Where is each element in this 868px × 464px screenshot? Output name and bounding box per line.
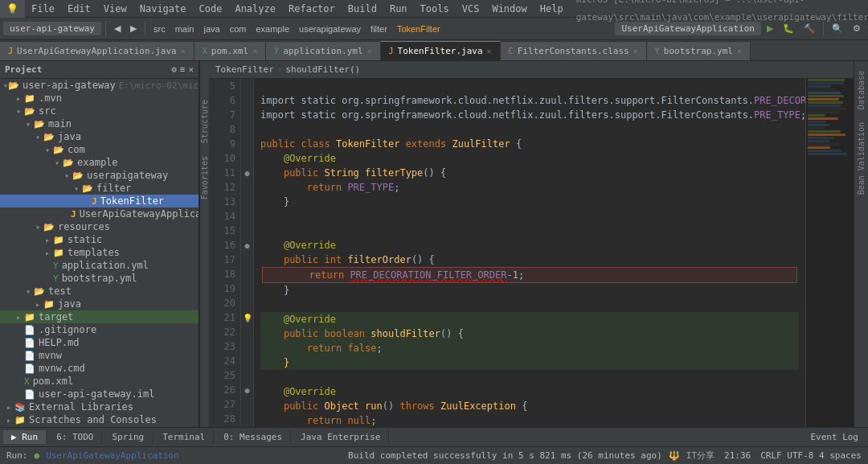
code-line-7[interactable]: import static org.springframework.cloud.… xyxy=(260,108,799,122)
tree-item-main[interactable]: ▾📂main xyxy=(0,117,199,130)
toolbar-com[interactable]: com xyxy=(226,23,251,35)
left-vtab-favorites[interactable]: Favorites xyxy=(199,150,211,206)
tree-item-mvnw[interactable]: 📄mvnw xyxy=(0,349,199,362)
menu-item-run[interactable]: Run xyxy=(383,0,414,18)
code-line-25[interactable] xyxy=(260,370,799,384)
tree-item-example[interactable]: ▾📂example xyxy=(0,156,199,169)
code-line-20[interactable] xyxy=(260,298,799,312)
sidebar-gear-icon[interactable]: ⚙ xyxy=(171,64,177,75)
tab-close[interactable]: ✕ xyxy=(181,47,186,55)
code-line-19[interactable]: } xyxy=(260,283,799,298)
tab-tokenfilterjava[interactable]: J TokenFilter.java ✕ xyxy=(381,41,501,60)
right-tab-database[interactable]: Database xyxy=(855,64,867,116)
search-everywhere[interactable]: 🔍 xyxy=(828,22,847,35)
code-line-28[interactable]: return null; xyxy=(260,413,799,427)
tree-item-external[interactable]: ▸📚External Libraries xyxy=(0,400,199,413)
tree-item-java2[interactable]: ▸📁java xyxy=(0,298,199,310)
minimap[interactable] xyxy=(805,79,854,427)
project-selector[interactable]: user-api-gateway xyxy=(3,22,101,35)
code-area[interactable]: 5678910111213141516171819202122232425262… xyxy=(209,79,854,427)
tree-item-bootstrap.yml[interactable]: Ybootstrap.yml xyxy=(0,272,199,285)
run-button[interactable]: ▶ xyxy=(763,22,777,35)
left-vtab-structure[interactable]: Structure xyxy=(199,93,211,150)
menu-item-file[interactable]: File xyxy=(25,0,61,18)
tree-item-java[interactable]: ▾📂java xyxy=(0,130,199,143)
bottom-tab-messages[interactable]: 0: Messages xyxy=(215,430,291,444)
toolbar-example[interactable]: example xyxy=(252,23,293,35)
tree-item-application.yml[interactable]: Yapplication.yml xyxy=(0,259,199,272)
toolbar-java[interactable]: java xyxy=(199,23,223,35)
toolbar-userapigateway[interactable]: userapigateway xyxy=(295,23,365,35)
tab-close[interactable]: ✕ xyxy=(367,47,372,55)
code-line-9[interactable]: public class TokenFilter extends ZuulFil… xyxy=(260,137,799,151)
tree-item-scratches[interactable]: ▸📁Scratches and Consoles xyxy=(0,413,199,426)
menu-item-build[interactable]: Build xyxy=(342,0,383,18)
menu-item-navigate[interactable]: Navigate xyxy=(133,0,193,18)
sidebar-close-icon[interactable]: ✕ xyxy=(188,64,194,75)
tree-item-user-api-gateway[interactable]: ▾📂user-api-gatewayE:\micro-02\micro3\use… xyxy=(0,79,199,92)
tree-item-mvn[interactable]: ▸📁.mvn xyxy=(0,92,199,105)
tree-item-filter[interactable]: ▾📂filter xyxy=(0,182,199,195)
code-line-16[interactable]: @Override xyxy=(260,238,799,253)
code-line-5[interactable] xyxy=(260,79,799,93)
code-line-17[interactable]: public int filterOrder() { xyxy=(260,253,799,267)
tree-item-HELP.md[interactable]: 📄HELP.md xyxy=(0,336,199,349)
tree-item-templates[interactable]: ▸📁templates xyxy=(0,246,199,259)
code-content[interactable]: import static org.springframework.cloud.… xyxy=(254,79,805,427)
code-line-11[interactable]: public String filterType() { xyxy=(260,166,799,180)
tab-applicationyml[interactable]: Y application.yml ✕ xyxy=(266,41,380,60)
tree-item-test[interactable]: ▾📂test xyxy=(0,285,199,298)
tab-userapigatewayapplication[interactable]: J UserApiGatewayApplication.java ✕ xyxy=(0,41,194,60)
menu-item-help[interactable]: Help xyxy=(534,0,570,18)
tab-close[interactable]: ✕ xyxy=(487,47,492,55)
tab-close[interactable]: ✕ xyxy=(252,47,257,55)
code-line-8[interactable] xyxy=(260,122,799,137)
tree-item-UserApiGatewayApplication[interactable]: JUserApiGatewayApplication xyxy=(0,207,199,220)
tab-close[interactable]: ✕ xyxy=(633,47,638,55)
tree-item-resources[interactable]: ▾📂resources xyxy=(0,220,199,233)
bottom-tab-java-enterprise[interactable]: Java Enterprise xyxy=(293,430,389,444)
event-log-link[interactable]: Event Log xyxy=(810,432,865,442)
menu-item-edit[interactable]: Edit xyxy=(61,0,97,18)
tree-item-userapigateway[interactable]: ▾📂userapigateway xyxy=(0,169,199,182)
code-line-6[interactable]: import static org.springframework.cloud.… xyxy=(260,93,799,108)
right-tab-bean-validation[interactable]: Bean Validation xyxy=(855,116,867,201)
tree-item-TokenFilter[interactable]: JTokenFilter xyxy=(0,195,199,207)
menu-item-analyze[interactable]: Analyze xyxy=(228,0,282,18)
bottom-tab-run[interactable]: ▶ Run xyxy=(3,430,47,444)
code-line-27[interactable]: public Object run() throws ZuulException… xyxy=(260,399,799,413)
code-line-18[interactable]: return PRE_DECORATION_FILTER_ORDER-1; xyxy=(262,267,797,283)
sidebar-layout-icon[interactable]: ≡ xyxy=(180,64,186,75)
code-line-22[interactable]: public boolean shouldFilter() { xyxy=(260,326,799,341)
menu-item-code[interactable]: Code xyxy=(193,0,229,18)
build-button[interactable]: 🔨 xyxy=(800,22,819,35)
toolbar-tokenfilter[interactable]: TokenFilter xyxy=(393,23,444,35)
run-app-name[interactable]: UserApiGatewayApplication xyxy=(46,450,179,461)
code-line-13[interactable]: } xyxy=(260,195,799,209)
toolbar-filter[interactable]: filter xyxy=(366,23,391,35)
bottom-tab-spring[interactable]: Spring xyxy=(104,430,153,444)
toolbar-src[interactable]: src xyxy=(149,23,170,35)
code-line-14[interactable] xyxy=(260,209,799,224)
breadcrumb-item-1[interactable]: TokenFilter xyxy=(215,64,274,75)
bottom-tab-terminal[interactable]: Terminal xyxy=(154,430,214,444)
bottom-tab-todo[interactable]: 6: TODO xyxy=(48,430,102,444)
breadcrumb-item-2[interactable]: shouldFilter() xyxy=(285,64,360,75)
menu-item-vcs[interactable]: VCS xyxy=(456,0,486,18)
code-line-15[interactable] xyxy=(260,224,799,238)
menu-item-tools[interactable]: Tools xyxy=(414,0,456,18)
tree-item-user-api-gateway.iml[interactable]: 📄user-api-gateway.iml xyxy=(0,388,199,400)
tab-close[interactable]: ✕ xyxy=(737,47,742,55)
code-line-10[interactable]: @Override xyxy=(260,151,799,166)
menu-item-refactor[interactable]: Refactor xyxy=(282,0,342,18)
run-config-selector[interactable]: UserApiGatewayApplication xyxy=(615,22,761,35)
tab-pomxml[interactable]: X pom.xml ✕ xyxy=(194,41,266,60)
tab-filterconstantsclass[interactable]: C FilterConstants.class ✕ xyxy=(501,41,647,60)
toolbar-back[interactable]: ◀ xyxy=(110,22,125,35)
menu-item-window[interactable]: Window xyxy=(485,0,533,18)
code-line-12[interactable]: return PRE_TYPE; xyxy=(260,180,799,195)
tree-item-pom.xml[interactable]: Xpom.xml xyxy=(0,375,199,388)
tree-item-target[interactable]: ▸📁target xyxy=(0,310,199,323)
code-line-23[interactable]: return false; xyxy=(260,341,799,355)
code-line-26[interactable]: @Override xyxy=(260,384,799,399)
